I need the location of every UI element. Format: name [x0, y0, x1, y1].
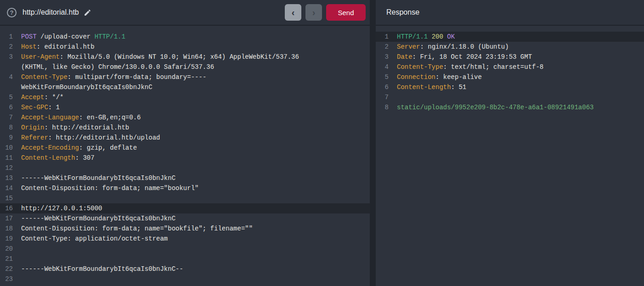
line-number: 12	[0, 163, 13, 173]
help-icon[interactable]: ?	[7, 8, 17, 17]
line-number: 13	[0, 173, 13, 183]
line-number: 19	[0, 234, 13, 244]
line-number: 21	[0, 254, 13, 264]
line-number: 20	[0, 244, 13, 254]
code-text: User-Agent: Mozilla/5.0 (Windows NT 10.0…	[21, 52, 299, 62]
code-text: WebKitFormBoundarybIt6qcaIs0bnJknC	[21, 82, 153, 92]
code-line[interactable]: 11Content-Length: 307	[0, 153, 370, 163]
code-line[interactable]: 23	[0, 274, 370, 284]
response-topbar: Response	[376, 0, 644, 26]
send-button[interactable]: Send	[326, 4, 366, 21]
code-line[interactable]: (KHTML, like Gecko) Chrome/130.0.0.0 Saf…	[0, 62, 370, 72]
line-number	[0, 82, 13, 92]
code-line[interactable]: 10Accept-Encoding: gzip, deflate	[0, 143, 370, 153]
code-text: Server: nginx/1.18.0 (Ubuntu)	[397, 42, 509, 52]
code-text: (KHTML, like Gecko) Chrome/130.0.0.0 Saf…	[21, 62, 214, 72]
line-number: 1	[376, 32, 389, 42]
code-text: Origin: http://editorial.htb	[21, 123, 129, 133]
code-text: ------WebKitFormBoundarybIt6qcaIs0bnJknC…	[21, 264, 183, 274]
code-line[interactable]: 3Date: Fri, 18 Oct 2024 23:19:53 GMT	[376, 52, 644, 62]
line-number: 6	[376, 82, 389, 92]
code-text: Content-Length: 307	[21, 153, 95, 163]
line-number: 3	[0, 52, 13, 62]
code-text: Accept-Language: en-GB,en;q=0.6	[21, 112, 141, 123]
line-number: 8	[0, 123, 13, 133]
code-text: HTTP/1.1 200 OK	[397, 32, 455, 42]
code-line[interactable]: 15	[0, 193, 370, 203]
code-text: Host: editorial.htb	[21, 42, 95, 52]
request-url[interactable]: http://editorial.htb	[23, 8, 79, 17]
code-text: Content-Disposition: form-data; name="bo…	[21, 183, 198, 193]
line-number: 7	[0, 112, 13, 123]
code-text: Content-Type: application/octet-stream	[21, 234, 168, 244]
code-line[interactable]: 6Sec-GPC: 1	[0, 102, 370, 112]
code-line[interactable]: 17------WebKitFormBoundarybIt6qcaIs0bnJk…	[0, 213, 370, 224]
line-number: 10	[0, 143, 13, 153]
code-line[interactable]: 22------WebKitFormBoundarybIt6qcaIs0bnJk…	[0, 264, 370, 274]
line-number: 8	[376, 102, 389, 112]
line-number: 22	[0, 264, 13, 274]
line-number: 17	[0, 213, 13, 224]
code-line[interactable]: 21	[0, 254, 370, 264]
line-number: 4	[376, 62, 389, 72]
line-number: 9	[0, 133, 13, 143]
code-text: ------WebKitFormBoundarybIt6qcaIs0bnJknC	[21, 173, 175, 183]
line-number: 7	[376, 92, 389, 102]
line-number: 1	[0, 32, 13, 42]
line-number: 2	[0, 42, 13, 52]
code-line[interactable]: 7	[376, 92, 644, 102]
line-number: 2	[376, 42, 389, 52]
history-nav: ‹ › Send	[285, 4, 366, 21]
code-text: Connection: keep-alive	[397, 72, 482, 82]
code-line[interactable]: 1POST /upload-cover HTTP/1.1	[0, 32, 370, 42]
line-number: 3	[376, 52, 389, 62]
code-line[interactable]: 5Accept: */*	[0, 92, 370, 102]
response-editor[interactable]: 1HTTP/1.1 200 OK2Server: nginx/1.18.0 (U…	[376, 26, 644, 286]
line-number: 6	[0, 102, 13, 112]
history-forward-button[interactable]: ›	[305, 4, 322, 21]
code-text: ------WebKitFormBoundarybIt6qcaIs0bnJknC	[21, 213, 175, 224]
code-text: POST /upload-cover HTTP/1.1	[21, 32, 125, 42]
line-number: 23	[0, 274, 13, 284]
replay-workspace: ? http://editorial.htb ‹ › Send 1POST /u…	[0, 0, 644, 286]
code-line[interactable]: 18Content-Disposition: form-data; name="…	[0, 224, 370, 234]
edit-url-icon[interactable]	[84, 9, 91, 17]
code-text: Date: Fri, 18 Oct 2024 23:19:53 GMT	[397, 52, 532, 62]
code-line[interactable]: 12	[0, 163, 370, 173]
code-text: Content-Disposition: form-data; name="bo…	[21, 224, 253, 234]
line-number: 15	[0, 193, 13, 203]
code-line[interactable]: 8static/uploads/9952e209-8b2c-478e-a6a1-…	[376, 102, 644, 112]
response-title: Response	[383, 8, 419, 17]
code-line[interactable]: 1HTTP/1.1 200 OK	[376, 32, 644, 42]
history-back-button[interactable]: ‹	[285, 4, 301, 21]
line-number: 14	[0, 183, 13, 193]
code-line[interactable]: 2Server: nginx/1.18.0 (Ubuntu)	[376, 42, 644, 52]
code-line[interactable]: 4Content-Type: text/html; charset=utf-8	[376, 62, 644, 72]
code-line[interactable]: 8Origin: http://editorial.htb	[0, 123, 370, 133]
code-line[interactable]: 13------WebKitFormBoundarybIt6qcaIs0bnJk…	[0, 173, 370, 183]
code-line[interactable]: 5Connection: keep-alive	[376, 72, 644, 82]
code-line[interactable]: 16http://127.0.0.1:5000	[0, 203, 370, 213]
code-line[interactable]: 6Content-Length: 51	[376, 82, 644, 92]
code-text: static/uploads/9952e209-8b2c-478e-a6a1-0…	[397, 102, 593, 112]
code-line[interactable]: 3User-Agent: Mozilla/5.0 (Windows NT 10.…	[0, 52, 370, 62]
code-line[interactable]: 2Host: editorial.htb	[0, 42, 370, 52]
code-line[interactable]: 19Content-Type: application/octet-stream	[0, 234, 370, 244]
code-line[interactable]: 9Referer: http://editorial.htb/upload	[0, 133, 370, 143]
line-number: 5	[0, 92, 13, 102]
line-number: 16	[0, 203, 13, 213]
line-number	[0, 62, 13, 72]
code-text: Content-Length: 51	[397, 82, 466, 92]
request-editor[interactable]: 1POST /upload-cover HTTP/1.12Host: edito…	[0, 26, 370, 286]
code-line[interactable]: WebKitFormBoundarybIt6qcaIs0bnJknC	[0, 82, 370, 92]
code-text: Sec-GPC: 1	[21, 102, 60, 112]
code-line[interactable]: 7Accept-Language: en-GB,en;q=0.6	[0, 112, 370, 123]
code-line[interactable]: 4Content-Type: multipart/form-data; boun…	[0, 72, 370, 82]
request-panel: ? http://editorial.htb ‹ › Send 1POST /u…	[0, 0, 370, 286]
line-number: 4	[0, 72, 13, 82]
request-topbar: ? http://editorial.htb ‹ › Send	[0, 0, 370, 26]
code-line[interactable]: 14Content-Disposition: form-data; name="…	[0, 183, 370, 193]
code-line[interactable]: 20	[0, 244, 370, 254]
code-text: Accept-Encoding: gzip, deflate	[21, 143, 137, 153]
response-panel: Response 1HTTP/1.1 200 OK2Server: nginx/…	[376, 0, 644, 286]
